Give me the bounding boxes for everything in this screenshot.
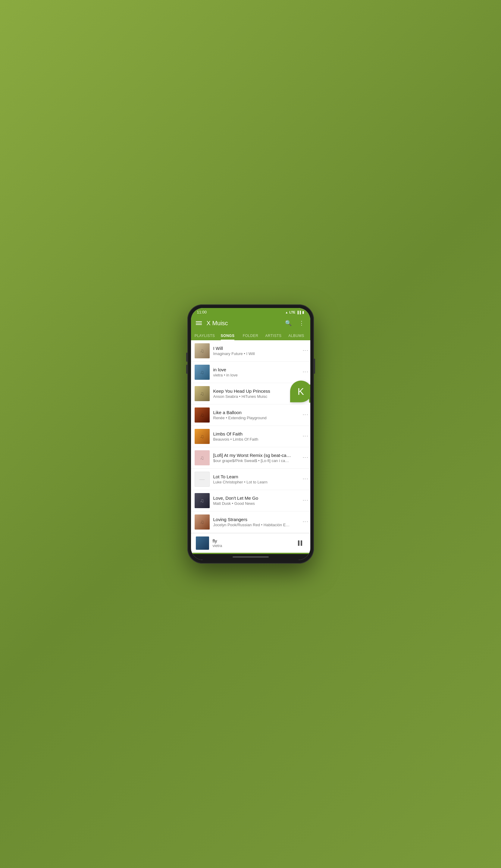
- song-more-button[interactable]: ⋮: [304, 452, 307, 463]
- song-title: I Will: [213, 346, 301, 351]
- song-more-button[interactable]: ⋮: [304, 367, 307, 378]
- hamburger-menu-button[interactable]: [196, 321, 202, 325]
- song-item[interactable]: ♫ Loving Strangers Jocelyn Pook/Russian …: [191, 511, 310, 533]
- home-indicator: [191, 554, 310, 560]
- phone-screen: 11:00 LTE X Muisc 🔍 ⋮ PLAYLISTS SONGS FO…: [191, 308, 310, 560]
- k-section-bubble: K: [290, 381, 310, 402]
- song-info: [Lofi] At my Worst Remix (sg beat-ca… $o…: [213, 453, 301, 463]
- home-bar: [233, 557, 269, 558]
- now-playing-bar[interactable]: fly vietra: [191, 533, 310, 553]
- song-item[interactable]: ♫ Keep You Head Up Princess Anson Seabra…: [191, 383, 310, 404]
- now-playing-artist: vietra: [213, 543, 291, 548]
- song-subtitle: Renée • Extending Playground: [213, 416, 301, 420]
- song-more-button[interactable]: ⋮: [304, 410, 307, 421]
- song-info: Loving Strangers Jocelyn Pook/Russian Re…: [213, 517, 301, 527]
- tab-albums[interactable]: ALBUMS: [285, 331, 308, 340]
- song-title: Like a Balloon: [213, 410, 301, 415]
- song-list: ♫ I Will Imaginary Future • I Will ⋮ ♫ i…: [191, 340, 310, 533]
- song-thumbnail: ♫: [195, 386, 210, 401]
- app-bar: X Muisc 🔍 ⋮: [191, 316, 310, 331]
- now-playing-title: fly: [213, 538, 291, 543]
- now-playing-thumbnail: [196, 537, 209, 550]
- song-thumbnail: ♫: [195, 343, 210, 358]
- song-thumbnail: ♫: [195, 407, 210, 423]
- song-thumbnail: —: [195, 472, 210, 487]
- search-icon[interactable]: 🔍: [284, 319, 293, 328]
- song-item[interactable]: — Lot To Learn Luke Christopher • Lot to…: [191, 469, 310, 490]
- pause-icon: [297, 540, 303, 546]
- tab-playlists[interactable]: PLAYLISTS: [193, 331, 216, 340]
- tab-folder[interactable]: FOLDER: [239, 331, 262, 340]
- song-info: I Will Imaginary Future • I Will: [213, 346, 301, 356]
- lte-label: LTE: [289, 310, 295, 314]
- song-subtitle: Luke Christopher • Lot to Learn: [213, 480, 301, 484]
- volume-down-button: [186, 365, 188, 374]
- song-subtitle: Beauvois • Limbs Of Faith: [213, 437, 301, 442]
- status-time: 11:00: [197, 310, 207, 314]
- pause-button[interactable]: [295, 538, 306, 549]
- app-title: X Muisc: [207, 320, 279, 327]
- song-info: Love, Don't Let Me Go Matt Dusk • Good N…: [213, 496, 301, 506]
- song-title: Loving Strangers: [213, 517, 301, 522]
- song-info: in love vietra • in love: [213, 367, 301, 377]
- song-info: Lot To Learn Luke Christopher • Lot to L…: [213, 474, 301, 484]
- navigation-tabs: PLAYLISTS SONGS FOLDER ARTISTS ALBUMS: [191, 331, 310, 340]
- song-title: Love, Don't Let Me Go: [213, 496, 301, 501]
- power-button: [314, 359, 315, 374]
- song-subtitle: $our grape$/Pink Sweat$ • [Lo-fi] can i …: [213, 458, 301, 463]
- song-item[interactable]: ♫ [Lofi] At my Worst Remix (sg beat-ca… …: [191, 447, 310, 469]
- song-title: Limbs Of Faith: [213, 431, 301, 436]
- now-playing-info: fly vietra: [213, 538, 291, 548]
- song-subtitle: Imaginary Future • I Will: [213, 351, 301, 356]
- song-title: [Lofi] At my Worst Remix (sg beat-ca…: [213, 453, 301, 458]
- song-item[interactable]: ♫ I Will Imaginary Future • I Will ⋮: [191, 340, 310, 362]
- song-more-button[interactable]: ⋮: [304, 495, 307, 506]
- wifi-icon: [285, 310, 288, 314]
- song-info: Limbs Of Faith Beauvois • Limbs Of Faith: [213, 431, 301, 442]
- status-icons: LTE: [285, 310, 304, 314]
- song-thumbnail: ♫: [195, 429, 210, 444]
- song-subtitle: Matt Dusk • Good News: [213, 501, 301, 506]
- status-bar: 11:00 LTE: [191, 308, 310, 316]
- song-item[interactable]: ♫ in love vietra • in love ⋮: [191, 362, 310, 383]
- song-item[interactable]: ♫ Love, Don't Let Me Go Matt Dusk • Good…: [191, 490, 310, 511]
- song-item[interactable]: ♫ Limbs Of Faith Beauvois • Limbs Of Fai…: [191, 426, 310, 447]
- volume-up-button: [186, 353, 188, 362]
- song-thumbnail: ♫: [195, 365, 210, 380]
- phone-frame: 11:00 LTE X Muisc 🔍 ⋮ PLAYLISTS SONGS FO…: [188, 304, 314, 564]
- song-title: Lot To Learn: [213, 474, 301, 479]
- song-more-button[interactable]: ⋮: [304, 431, 307, 442]
- song-title: in love: [213, 367, 301, 372]
- song-thumbnail: ♫: [195, 450, 210, 465]
- signal-icon: [297, 310, 301, 314]
- tab-artists[interactable]: ARTISTS: [262, 331, 285, 340]
- song-subtitle: vietra • in love: [213, 373, 301, 377]
- song-item[interactable]: ♫ Like a Balloon Renée • Extending Playg…: [191, 404, 310, 426]
- song-info: Like a Balloon Renée • Extending Playgro…: [213, 410, 301, 420]
- song-more-button[interactable]: ⋮: [304, 346, 307, 356]
- song-thumbnail: ♫: [195, 493, 210, 508]
- song-thumbnail: ♫: [195, 515, 210, 530]
- song-more-button[interactable]: ⋮: [304, 517, 307, 527]
- more-options-icon[interactable]: ⋮: [298, 319, 306, 328]
- song-subtitle: Jocelyn Pook/Russian Red • Habitación E…: [213, 522, 301, 527]
- tab-songs[interactable]: SONGS: [216, 331, 239, 340]
- song-more-button[interactable]: ⋮: [304, 474, 307, 485]
- battery-icon: [302, 310, 304, 314]
